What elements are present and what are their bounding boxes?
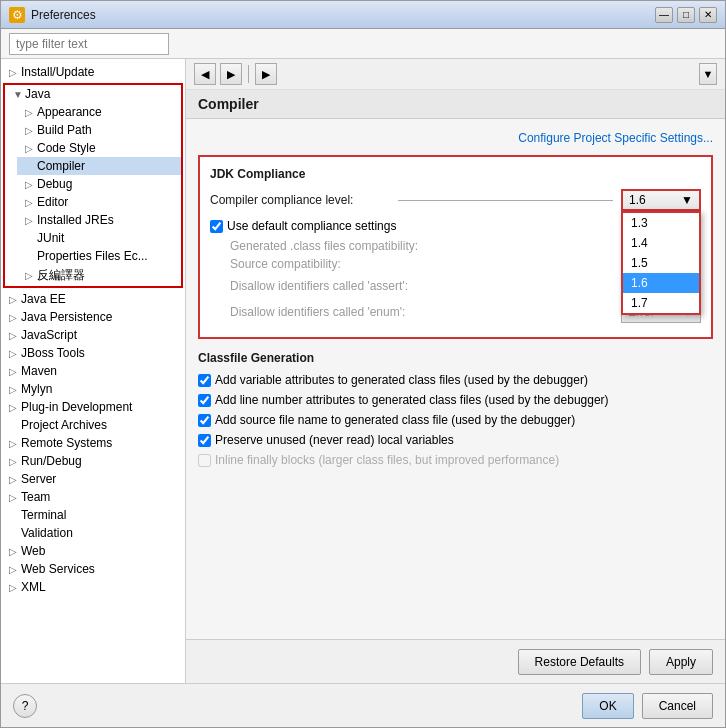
filter-input[interactable] xyxy=(9,33,169,55)
sidebar-item-debug[interactable]: ▷ Debug xyxy=(17,175,181,193)
sidebar-item-properties-files[interactable]: Properties Files Ec... xyxy=(17,247,181,265)
apply-button[interactable]: Apply xyxy=(649,649,713,675)
sidebar-item-appearance[interactable]: ▷ Appearance xyxy=(17,103,181,121)
sidebar-item-code-style[interactable]: ▷ Code Style xyxy=(17,139,181,157)
sidebar-item-label: Install/Update xyxy=(21,65,94,79)
tree-arrow: ▷ xyxy=(25,125,37,136)
main-area: ▷ Install/Update ▼ Java ▷ Appearance ▷ B… xyxy=(1,59,725,683)
classfile-option-3: Add source file name to generated class … xyxy=(198,413,713,427)
tree-arrow: ▷ xyxy=(9,67,21,78)
sidebar-item-label: Maven xyxy=(21,364,57,378)
sidebar-item-validation[interactable]: Validation xyxy=(1,524,185,542)
help-button[interactable]: ? xyxy=(13,694,37,718)
classfile-option-label-4: Preserve unused (never read) local varia… xyxy=(215,433,454,447)
sidebar-item-project-archives[interactable]: Project Archives xyxy=(1,416,185,434)
sidebar-item-remote-systems[interactable]: ▷ Remote Systems xyxy=(1,434,185,452)
classfile-generation-section: Classfile Generation Add variable attrib… xyxy=(198,351,713,467)
classfile-option-label-3: Add source file name to generated class … xyxy=(215,413,575,427)
classfile-checkbox-1[interactable] xyxy=(198,374,211,387)
tree-arrow: ▷ xyxy=(9,456,21,467)
sidebar-item-label: Java EE xyxy=(21,292,66,306)
sidebar-item-label: JBoss Tools xyxy=(21,346,85,360)
sidebar-item-label: Appearance xyxy=(37,105,102,119)
sidebar-item-web[interactable]: ▷ Web xyxy=(1,542,185,560)
tree-arrow: ▷ xyxy=(25,179,37,190)
option-1.6[interactable]: 1.6 xyxy=(623,273,699,293)
sidebar-item-server[interactable]: ▷ Server xyxy=(1,470,185,488)
sidebar-item-label: Web xyxy=(21,544,45,558)
option-1.3[interactable]: 1.3 xyxy=(623,213,699,233)
nav-dropdown-button[interactable]: ▼ xyxy=(699,63,717,85)
use-default-checkbox[interactable] xyxy=(210,220,223,233)
sidebar-item-label: Installed JREs xyxy=(37,213,114,227)
close-button[interactable]: ✕ xyxy=(699,7,717,23)
classfile-checkbox-2[interactable] xyxy=(198,394,211,407)
back-button[interactable]: ◀ xyxy=(194,63,216,85)
sidebar-item-label: Run/Debug xyxy=(21,454,82,468)
tree-arrow: ▷ xyxy=(25,215,37,226)
dropdown-value: 1.6 xyxy=(629,193,646,207)
sidebar-item-label: 反編譯器 xyxy=(37,267,85,284)
forward-button[interactable]: ▶ xyxy=(220,63,242,85)
ok-button[interactable]: OK xyxy=(582,693,633,719)
forward-alt-button[interactable]: ▶ xyxy=(255,63,277,85)
disallow-assert-label: Disallow identifiers called 'assert': xyxy=(230,279,621,293)
classfile-checkbox-3[interactable] xyxy=(198,414,211,427)
tree-arrow: ▷ xyxy=(9,582,21,593)
content-title: Compiler xyxy=(186,90,725,119)
sidebar-item-maven[interactable]: ▷ Maven xyxy=(1,362,185,380)
sidebar-item-terminal[interactable]: Terminal xyxy=(1,506,185,524)
sidebar-item-compiler[interactable]: Compiler xyxy=(17,157,181,175)
minimize-button[interactable]: — xyxy=(655,7,673,23)
tree-arrow: ▷ xyxy=(9,330,21,341)
sidebar-item-java-persistence[interactable]: ▷ Java Persistence xyxy=(1,308,185,326)
sidebar-item-javascript[interactable]: ▷ JavaScript xyxy=(1,326,185,344)
nav-separator xyxy=(248,65,249,83)
sidebar-item-fanyizhe[interactable]: ▷ 反編譯器 xyxy=(17,265,181,286)
tree-arrow: ▷ xyxy=(9,492,21,503)
sidebar-item-installed-jres[interactable]: ▷ Installed JREs xyxy=(17,211,181,229)
tree-arrow: ▷ xyxy=(9,366,21,377)
configure-link[interactable]: Configure Project Specific Settings... xyxy=(198,131,713,145)
sidebar-item-install-update[interactable]: ▷ Install/Update xyxy=(1,63,185,81)
sidebar-item-label: Server xyxy=(21,472,56,486)
sidebar-item-java-ee[interactable]: ▷ Java EE xyxy=(1,290,185,308)
tree-arrow: ▼ xyxy=(13,89,25,100)
sidebar-item-junit[interactable]: JUnit xyxy=(17,229,181,247)
maximize-button[interactable]: □ xyxy=(677,7,695,23)
compliance-dropdown-button[interactable]: 1.6 ▼ xyxy=(621,189,701,211)
tree-arrow: ▷ xyxy=(25,197,37,208)
cancel-button[interactable]: Cancel xyxy=(642,693,713,719)
classfile-option-label-1: Add variable attributes to generated cla… xyxy=(215,373,588,387)
classfile-generation-title: Classfile Generation xyxy=(198,351,713,365)
sidebar-item-mylyn[interactable]: ▷ Mylyn xyxy=(1,380,185,398)
classfile-checkbox-4[interactable] xyxy=(198,434,211,447)
classfile-option-1: Add variable attributes to generated cla… xyxy=(198,373,713,387)
option-1.4[interactable]: 1.4 xyxy=(623,233,699,253)
sidebar-item-label: Mylyn xyxy=(21,382,52,396)
option-1.5[interactable]: 1.5 xyxy=(623,253,699,273)
sidebar-item-label: Java Persistence xyxy=(21,310,112,324)
disallow-enum-label: Disallow identifiers called 'enum': xyxy=(230,305,621,319)
classfile-option-2: Add line number attributes to generated … xyxy=(198,393,713,407)
tree-arrow: ▷ xyxy=(25,107,37,118)
sidebar-item-team[interactable]: ▷ Team xyxy=(1,488,185,506)
sidebar-item-label: Compiler xyxy=(37,159,85,173)
sidebar-item-build-path[interactable]: ▷ Build Path xyxy=(17,121,181,139)
sidebar-item-xml[interactable]: ▷ XML xyxy=(1,578,185,596)
sidebar-item-editor[interactable]: ▷ Editor xyxy=(17,193,181,211)
classfile-checkbox-5[interactable] xyxy=(198,454,211,467)
sidebar-item-label: Team xyxy=(21,490,50,504)
sidebar-item-label: Java xyxy=(25,87,50,101)
sidebar-item-java[interactable]: ▼ Java xyxy=(5,85,181,103)
sidebar-item-label: XML xyxy=(21,580,46,594)
option-1.7[interactable]: 1.7 xyxy=(623,293,699,313)
sidebar-item-jboss-tools[interactable]: ▷ JBoss Tools xyxy=(1,344,185,362)
java-children: ▷ Appearance ▷ Build Path ▷ Code Style C… xyxy=(5,103,181,286)
sidebar-item-run-debug[interactable]: ▷ Run/Debug xyxy=(1,452,185,470)
footer-right: OK Cancel xyxy=(582,693,713,719)
content-body: Configure Project Specific Settings... J… xyxy=(186,119,725,639)
sidebar-item-web-services[interactable]: ▷ Web Services xyxy=(1,560,185,578)
restore-defaults-button[interactable]: Restore Defaults xyxy=(518,649,641,675)
sidebar-item-plugin-development[interactable]: ▷ Plug-in Development xyxy=(1,398,185,416)
